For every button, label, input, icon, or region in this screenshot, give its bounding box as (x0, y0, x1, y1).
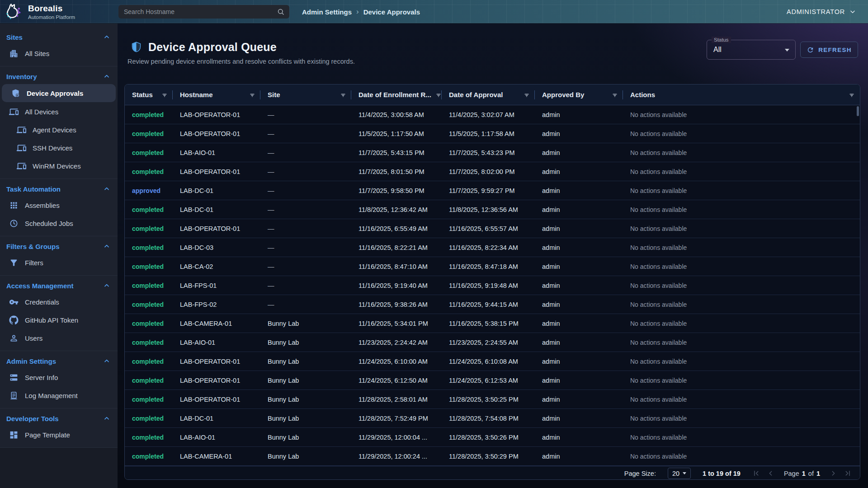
cell-approval-date: 11/28/2025, 7:54:08 PM (442, 409, 535, 427)
column-header-site[interactable]: Site (260, 84, 351, 105)
breadcrumb-item-device-approvals[interactable]: Device Approvals (363, 8, 420, 16)
cell-hostname: LAB-OPERATOR-01 (173, 390, 260, 408)
cell-actions: No actions available (623, 162, 860, 181)
filter-icon[interactable] (161, 92, 168, 98)
sidebar-item-assemblies[interactable]: Assemblies (0, 196, 118, 214)
sidebar-item-users[interactable]: Users (0, 329, 118, 347)
cell-actions: No actions available (623, 257, 860, 276)
table-row: completed LAB-FPS-02 — 11/16/2025, 9:38:… (125, 295, 860, 314)
cell-approval-date: 11/8/2025, 12:36:56 AM (442, 200, 535, 219)
cell-actions: No actions available (623, 181, 860, 200)
sidebar-item-label: All Devices (25, 108, 58, 116)
sidebar-item-scheduled-jobs[interactable]: Scheduled Jobs (0, 214, 118, 232)
filter-icon[interactable] (435, 92, 442, 98)
cell-site: — (260, 200, 351, 219)
section-header-sites[interactable]: Sites (0, 30, 118, 44)
table-row: completed LAB-DC-01 — 11/8/2025, 12:36:4… (125, 200, 860, 219)
sidebar-item-log-management[interactable]: Log Management (0, 386, 118, 404)
column-header-hostname[interactable]: Hostname (173, 84, 260, 105)
cell-approval-date: 11/16/2025, 5:38:15 PM (442, 314, 535, 333)
column-header-date-of-enrollment-r[interactable]: Date of Enrollment R... (351, 84, 442, 105)
sidebar: Sites All Sites Inventory Device Approva… (0, 23, 118, 488)
sidebar-item-github-api-token[interactable]: GitHub API Token (0, 311, 118, 329)
section-header-filters-groups[interactable]: Filters & Groups (0, 239, 118, 253)
table-scrollbar-thumb[interactable] (857, 106, 859, 116)
user-menu-label: ADMINISTRATOR (787, 8, 845, 15)
table-header-row: Status Hostname Site Date of Enrollment … (125, 84, 860, 105)
sidebar-item-label: Agent Devices (33, 126, 76, 134)
cell-status: approved (125, 181, 173, 200)
cell-actions: No actions available (623, 447, 860, 465)
page-info: Page1of1 (784, 470, 820, 477)
cell-approval-date: 11/28/2025, 3:50:29 PM (442, 447, 535, 465)
cell-enrollment-date: 11/8/2025, 12:36:42 AM (351, 200, 442, 219)
cell-approved-by: admin (535, 371, 623, 389)
filter-icon[interactable] (523, 92, 530, 98)
first-page-button[interactable] (752, 469, 760, 477)
cell-enrollment-date: 11/24/2025, 6:12:50 AM (351, 371, 442, 389)
cell-actions: No actions available (623, 390, 860, 408)
sidebar-item-agent-devices[interactable]: Agent Devices (0, 121, 118, 139)
brand-name: Borealis (28, 4, 75, 14)
section-label: Filters & Groups (6, 243, 60, 250)
filter-icon[interactable] (848, 92, 855, 98)
building-icon (9, 49, 19, 58)
devices-icon (17, 143, 26, 153)
column-header-date-of-approval[interactable]: Date of Approval (442, 84, 535, 105)
user-menu[interactable]: ADMINISTRATOR (787, 0, 856, 23)
brand-subtitle: Automation Platform (28, 14, 75, 20)
filter-icon[interactable] (340, 92, 347, 98)
section-header-developer-tools[interactable]: Developer Tools (0, 411, 118, 426)
pager: Page1of1 (752, 469, 852, 477)
main-content: Device Approval Queue Review pending dev… (118, 23, 868, 488)
sidebar-item-label: Log Management (25, 392, 78, 399)
breadcrumb-item-admin-settings[interactable]: Admin Settings (302, 8, 352, 16)
last-page-button[interactable] (844, 469, 852, 477)
page-size-select[interactable]: 20 (668, 468, 691, 479)
cell-status: completed (125, 257, 173, 276)
row-range-label: 1 to 19 of 19 (703, 470, 741, 477)
column-header-actions[interactable]: Actions (623, 84, 860, 105)
device-approval-table: Status Hostname Site Date of Enrollment … (124, 84, 860, 480)
next-page-button[interactable] (830, 469, 837, 477)
sidebar-item-all-devices[interactable]: All Devices (0, 103, 118, 121)
page-size-value: 20 (672, 470, 679, 477)
column-label: Approved By (542, 91, 584, 99)
search-input[interactable] (124, 8, 277, 15)
sidebar-item-ssh-devices[interactable]: SSH Devices (0, 139, 118, 157)
sidebar-item-all-sites[interactable]: All Sites (0, 44, 118, 62)
cell-actions: No actions available (623, 200, 860, 219)
column-header-approved-by[interactable]: Approved By (535, 84, 623, 105)
section-header-inventory[interactable]: Inventory (0, 69, 118, 84)
filter-icon[interactable] (249, 92, 256, 98)
sidebar-item-device-approvals[interactable]: Device Approvals (2, 84, 116, 102)
section-header-admin-settings[interactable]: Admin Settings (0, 354, 118, 368)
section-header-task-automation[interactable]: Task Automation (0, 182, 118, 196)
cell-approved-by: admin (535, 333, 623, 352)
section-header-access-management[interactable]: Access Management (0, 278, 118, 293)
column-label: Status (132, 91, 153, 99)
sidebar-item-filters[interactable]: Filters (0, 253, 118, 272)
sidebar-item-label: All Sites (25, 50, 49, 57)
filter-icon[interactable] (611, 92, 618, 98)
cell-status: completed (125, 333, 173, 352)
refresh-button[interactable]: REFRESH (800, 42, 858, 58)
cell-status: completed (125, 447, 173, 465)
sidebar-item-server-info[interactable]: Server Info (0, 368, 118, 386)
cell-status: completed (125, 105, 173, 124)
status-filter-select[interactable]: Status All (707, 40, 796, 60)
cell-actions: No actions available (623, 352, 860, 371)
sidebar-item-page-template[interactable]: Page Template (0, 426, 118, 444)
cell-approved-by: admin (535, 428, 623, 446)
cell-site: — (260, 105, 351, 124)
sidebar-item-winrm-devices[interactable]: WinRM Devices (0, 157, 118, 175)
dropdown-caret-icon (785, 49, 789, 52)
cell-enrollment-date: 11/28/2025, 7:52:49 PM (351, 409, 442, 427)
cell-approval-date: 11/23/2025, 2:24:55 AM (442, 333, 535, 352)
search-box (118, 5, 289, 19)
column-header-status[interactable]: Status (125, 84, 173, 105)
cell-site: Bunny Lab (260, 428, 351, 446)
previous-page-button[interactable] (767, 469, 774, 477)
funnel-icon (9, 258, 19, 267)
sidebar-item-credentials[interactable]: Credentials (0, 293, 118, 311)
